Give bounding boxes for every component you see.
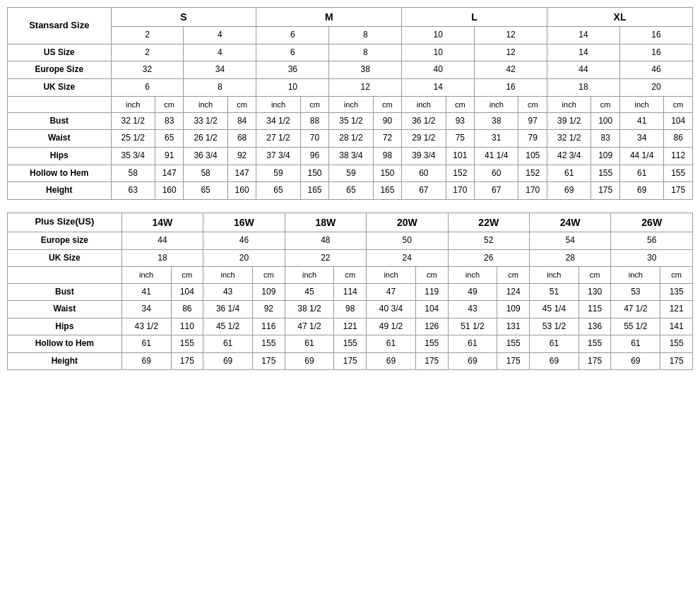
euro-size-val: 40 — [402, 61, 475, 79]
cm-val: 83 — [155, 112, 184, 130]
group-24w: 24W — [529, 213, 610, 232]
cm-val: 100 — [591, 112, 620, 130]
unit-cm: cm — [373, 96, 402, 112]
cm-val: 152 — [518, 165, 547, 182]
us-size-val: 6 — [256, 44, 329, 61]
cm-val: 88 — [300, 112, 329, 130]
inch-val: 26 1/2 — [184, 130, 227, 148]
plus-cm-val: 155 — [415, 335, 448, 353]
plus-cm-val: 121 — [334, 318, 367, 335]
cm-val: 90 — [373, 112, 402, 130]
plus-unit-inch: inch — [611, 267, 660, 283]
inch-val: 33 1/2 — [184, 112, 227, 130]
us-size-val: 16 — [619, 44, 692, 61]
cm-val: 170 — [446, 182, 475, 200]
plus-inch-val: 69 — [121, 352, 171, 370]
row-label-height: Height — [8, 182, 112, 200]
us-size-val: 12 — [475, 44, 547, 61]
plus-inch-val: 51 1/2 — [448, 318, 497, 335]
group-14w: 14W — [121, 213, 203, 232]
inch-val: 61 — [547, 165, 591, 182]
uk-size-label: UK Size — [8, 78, 112, 96]
plus-cm-val: 86 — [171, 301, 203, 318]
plus-euro-val: 46 — [203, 232, 285, 250]
plus-euro-val: 48 — [285, 232, 366, 250]
inch-val: 41 1/4 — [475, 148, 518, 165]
inch-val: 38 3/4 — [329, 148, 373, 165]
inch-val: 27 1/2 — [256, 130, 300, 148]
inch-val: 69 — [619, 182, 663, 200]
plus-cm-val: 155 — [497, 335, 530, 353]
inch-val: 35 3/4 — [111, 148, 155, 165]
uk-size-val: 8 — [184, 78, 256, 96]
inch-val: 60 — [402, 165, 446, 182]
us-size-val: 14 — [547, 44, 620, 61]
cm-val: 160 — [155, 182, 184, 200]
plus-row-label-waist: Waist — [8, 301, 122, 318]
uk-size-val: 6 — [111, 78, 184, 96]
uk-size-val: 10 — [256, 78, 329, 96]
plus-inch-val: 61 — [448, 335, 497, 353]
plus-inch-val: 43 — [203, 283, 253, 301]
cm-val: 68 — [227, 130, 256, 148]
cm-val: 105 — [518, 148, 547, 165]
cm-val: 109 — [591, 148, 620, 165]
plus-row-label-bust: Bust — [8, 283, 122, 301]
plus-unit-inch: inch — [285, 267, 334, 283]
inch-val: 63 — [111, 182, 155, 200]
plus-cm-val: 104 — [171, 283, 203, 301]
cm-val: 65 — [155, 130, 184, 148]
cm-val: 93 — [446, 112, 475, 130]
plus-row-label-hips: Hips — [8, 318, 122, 335]
plus-euro-val: 56 — [611, 232, 693, 250]
plus-row-label-height: Height — [8, 352, 122, 370]
cm-val: 155 — [664, 165, 693, 182]
plus-inch-val: 40 3/4 — [367, 301, 416, 318]
plus-inch-val: 45 — [285, 283, 334, 301]
inch-val: 44 1/4 — [619, 148, 663, 165]
cm-val: 112 — [664, 148, 693, 165]
plus-cm-val: 115 — [579, 301, 611, 318]
plus-inch-val: 61 — [285, 335, 334, 353]
inch-val: 65 — [184, 182, 227, 200]
plus-cm-val: 135 — [660, 283, 693, 301]
inch-val: 65 — [256, 182, 300, 200]
inch-val: 32 1/2 — [547, 130, 591, 148]
cm-val: 84 — [227, 112, 256, 130]
cm-val: 160 — [227, 182, 256, 200]
us-size-val: 4 — [184, 44, 256, 61]
plus-unit-inch: inch — [448, 267, 497, 283]
cm-val: 97 — [518, 112, 547, 130]
plus-cm-val: 104 — [415, 301, 448, 318]
plus-uk-val: 26 — [448, 249, 529, 267]
plus-unit-inch: inch — [529, 267, 579, 283]
us-size-10: 10 — [402, 27, 475, 44]
cm-val: 75 — [446, 130, 475, 148]
uk-size-val: 16 — [475, 78, 547, 96]
uk-size-val: 12 — [329, 78, 402, 96]
cm-val: 86 — [664, 130, 693, 148]
plus-cm-val: 136 — [579, 318, 611, 335]
row-label-bust: Bust — [8, 112, 112, 130]
plus-inch-val: 53 — [611, 283, 660, 301]
group-20w: 20W — [367, 213, 448, 232]
plus-inch-val: 69 — [529, 352, 579, 370]
inch-val: 65 — [329, 182, 373, 200]
cm-val: 147 — [155, 165, 184, 182]
us-size-4: 4 — [184, 27, 256, 44]
unit-inch: inch — [329, 96, 373, 112]
inch-val: 60 — [475, 165, 518, 182]
cm-val: 101 — [446, 148, 475, 165]
euro-size-val: 34 — [184, 61, 256, 79]
plus-unit-cm: cm — [253, 267, 285, 283]
inch-val: 37 3/4 — [256, 148, 300, 165]
plus-inch-val: 61 — [121, 335, 171, 353]
cm-val: 70 — [300, 130, 329, 148]
inch-val: 59 — [256, 165, 300, 182]
plus-cm-val: 175 — [253, 352, 285, 370]
plus-unit-inch: inch — [121, 267, 171, 283]
plus-uk-val: 30 — [611, 249, 693, 267]
inch-val: 29 1/2 — [402, 130, 446, 148]
plus-unit-inch: inch — [367, 267, 416, 283]
plus-inch-val: 55 1/2 — [611, 318, 660, 335]
